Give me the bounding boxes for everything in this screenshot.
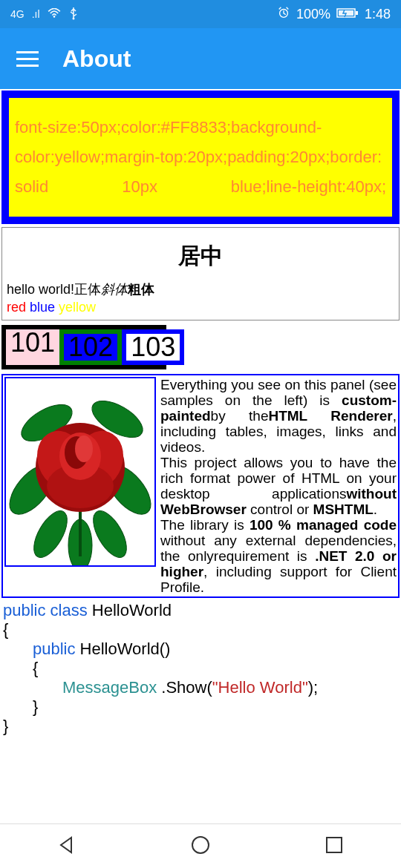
content-area: font-size:50px;color:#FF8833;background-… [0,91,401,737]
hello-line: hello world!正体斜体粗体 [7,280,394,298]
status-left: 4G .ıl [10,7,79,22]
app-bar: About [0,28,401,89]
svg-rect-4 [356,11,358,15]
num-101: 101 [6,329,59,365]
svg-point-10 [27,506,74,563]
alarm-icon [277,6,290,23]
hello-plain: hello world!正体 [7,282,101,297]
centered-heading: 居中 [7,241,394,272]
red-text: red [7,300,26,315]
style-demo-box: font-size:50px;color:#FF8833;background-… [1,91,400,224]
text-demo-box: 居中 hello world!正体斜体粗体 red blue yellow [1,227,400,320]
clock-text: 1:48 [365,7,391,22]
svg-point-1 [72,17,74,19]
signal-text: 4G [10,8,25,20]
page-title: About [62,45,131,73]
menu-icon[interactable] [16,51,39,67]
rose-image [4,377,156,567]
battery-pct: 100% [296,7,330,22]
svg-point-0 [53,16,55,18]
number-strip: 101 102 103 [1,325,166,369]
blue-text: blue [30,300,55,315]
num-103: 103 [122,329,184,365]
home-button[interactable] [190,835,211,858]
hello-bold: 粗体 [128,282,154,297]
svg-point-20 [75,435,93,462]
signal-icon: .ıl [32,8,40,20]
info-panel: Everything you see on this panel (see sa… [1,374,400,598]
code-sample: public class HelloWorld { public HelloWo… [1,599,400,737]
status-bar: 4G .ıl 100% 1:48 [0,0,401,28]
recent-button[interactable] [324,835,345,858]
svg-point-21 [192,837,209,853]
wifi-icon [48,8,61,21]
svg-rect-22 [327,838,342,852]
yellow-text: yellow [59,300,96,315]
svg-point-12 [87,506,134,563]
info-text: Everything you see on this panel (see sa… [157,375,398,596]
usb-icon [68,7,79,22]
num-102: 102 [59,329,122,365]
color-line: red blue yellow [7,300,394,315]
back-button[interactable] [56,835,77,858]
status-right: 100% 1:48 [277,6,391,23]
battery-icon [336,7,359,22]
nav-bar [0,823,401,868]
hello-italic: 斜体 [101,282,128,297]
